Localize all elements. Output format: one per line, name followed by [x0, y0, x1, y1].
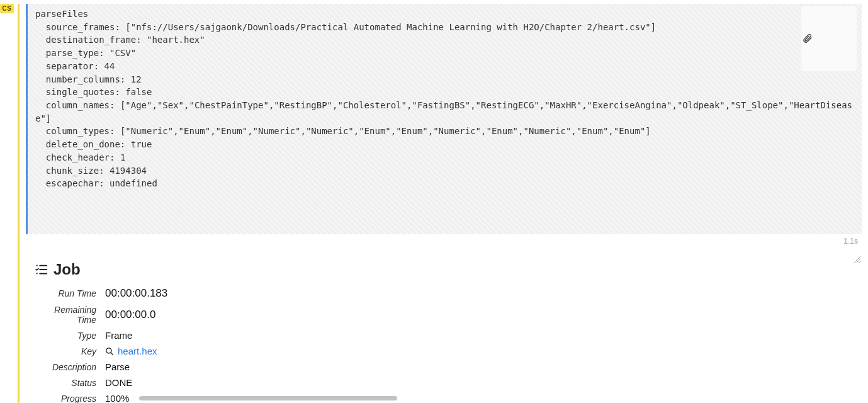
cell-tag-column: CS [0, 4, 14, 403]
code-number-columns: 12 [131, 74, 142, 84]
code-fn: parseFiles [35, 9, 88, 19]
code-chunk-size: 4194304 [110, 166, 147, 176]
value-key: heart.hex [105, 346, 862, 356]
paperclip-icon[interactable] [801, 6, 857, 71]
svg-rect-2 [39, 269, 47, 270]
svg-rect-1 [39, 265, 47, 266]
content-area: parseFiles source_frames: ["nfs://Users/… [26, 4, 868, 403]
value-progress: 100% [105, 393, 862, 403]
progress-bar-fill [139, 396, 397, 400]
code-destination-frame: "heart.hex" [147, 35, 205, 45]
value-remaining-time: 00:00:00.0 [105, 309, 862, 321]
tasks-icon [35, 263, 48, 276]
code-check-header: 1 [120, 152, 125, 162]
resize-handle-icon[interactable] [854, 227, 860, 233]
job-section: Job Run Time 00:00:00.183 Remaining Time… [26, 261, 862, 403]
label-status: Status [35, 378, 96, 388]
label-progress: Progress [35, 394, 96, 403]
page: CS parseFiles source_frames: ["nfs://Use… [0, 0, 868, 403]
code-column-types: ["Numeric","Enum","Enum","Numeric","Nume… [120, 126, 651, 136]
code-parse-type: "CSV" [110, 48, 136, 58]
job-kv-grid: Run Time 00:00:00.183 Remaining Time 00:… [35, 287, 862, 403]
code-delete-on-done: true [131, 139, 152, 149]
code-cell-wrap: parseFiles source_frames: ["nfs://Users/… [26, 4, 862, 234]
code-escapechar: undefined [110, 178, 157, 188]
svg-point-0 [37, 265, 38, 266]
label-remaining-time: Remaining Time [35, 305, 96, 325]
key-link[interactable]: heart.hex [118, 346, 157, 356]
label-type: Type [35, 331, 96, 341]
job-header: Job [35, 261, 862, 278]
label-run-time: Run Time [35, 288, 96, 298]
value-status: DONE [105, 377, 862, 388]
search-icon [105, 347, 114, 356]
code-source-frames: ["nfs://Users/sajgaonk/Downloads/Practic… [125, 22, 656, 32]
progress-bar [139, 396, 397, 400]
svg-line-6 [111, 353, 113, 355]
svg-point-3 [37, 273, 38, 275]
value-description: Parse [105, 361, 862, 372]
cell-tag: CS [0, 4, 14, 13]
code-cell[interactable]: parseFiles source_frames: ["nfs://Users/… [28, 4, 862, 234]
job-title: Job [54, 261, 81, 278]
code-column-names: ["Age","Sex","ChestPainType","RestingBP"… [35, 100, 852, 123]
code-separator: 44 [104, 61, 115, 71]
code-single-quotes: false [125, 87, 152, 97]
cell-left-rule [18, 4, 20, 403]
cell-timing: 1.1s [26, 237, 862, 246]
value-run-time: 00:00:00.183 [105, 287, 862, 300]
label-key: Key [35, 346, 96, 356]
svg-rect-4 [39, 273, 47, 275]
label-description: Description [35, 362, 96, 372]
progress-pct: 100% [105, 393, 129, 403]
value-type: Frame [105, 330, 862, 341]
